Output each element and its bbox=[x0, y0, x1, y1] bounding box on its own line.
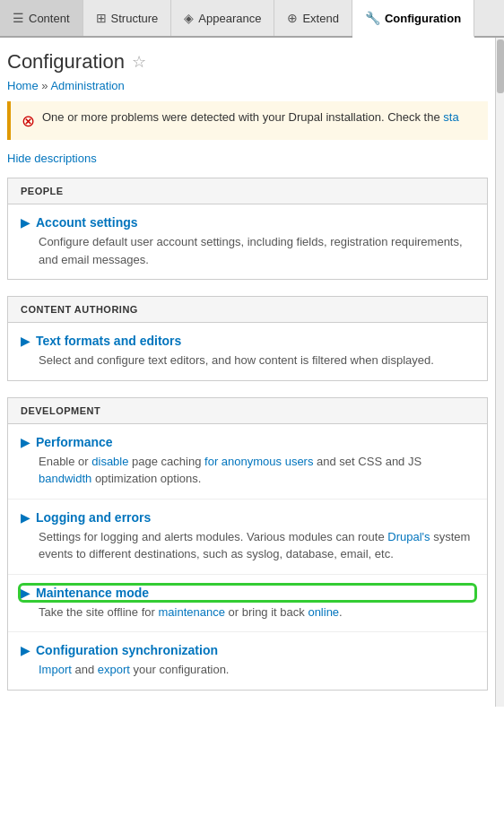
arrow-right-icon: ▶ bbox=[21, 586, 30, 600]
online-link[interactable]: online bbox=[308, 605, 339, 619]
scrollbar-track[interactable] bbox=[495, 38, 504, 707]
import-link[interactable]: Import bbox=[39, 663, 72, 676]
breadcrumb-home[interactable]: Home bbox=[7, 79, 39, 92]
tab-content[interactable]: ☰ Content bbox=[0, 0, 83, 36]
item-title-account-settings: ▶ Account settings bbox=[21, 215, 474, 230]
performance-bandwidth-link[interactable]: bandwidth bbox=[39, 472, 91, 485]
list-item: ▶ Text formats and editors Select and co… bbox=[8, 323, 487, 380]
performance-disable-link[interactable]: disable bbox=[91, 455, 128, 468]
hide-descriptions-link[interactable]: Hide descriptions bbox=[7, 152, 97, 165]
page-header: Configuration ☆ bbox=[7, 38, 488, 79]
config-sync-desc: Import and export your configuration. bbox=[21, 661, 474, 679]
arrow-right-icon: ▶ bbox=[21, 435, 30, 449]
tab-extend[interactable]: ⊕ Extend bbox=[274, 0, 352, 36]
item-title-config-sync: ▶ Configuration synchronization bbox=[21, 643, 474, 657]
alert-link[interactable]: sta bbox=[443, 110, 458, 124]
alert-text: One or more problems were detected with … bbox=[42, 110, 459, 124]
item-title-logging: ▶ Logging and errors bbox=[21, 510, 474, 525]
performance-link[interactable]: Performance bbox=[36, 435, 113, 449]
export-link[interactable]: export bbox=[98, 663, 130, 676]
list-item: ▶ Logging and errors Settings for loggin… bbox=[8, 500, 487, 575]
tab-configuration[interactable]: 🔧 Configuration bbox=[352, 0, 474, 38]
breadcrumb-separator: » bbox=[41, 79, 50, 92]
tab-configuration-label: Configuration bbox=[385, 12, 461, 25]
config-sync-link[interactable]: Configuration synchronization bbox=[36, 643, 218, 657]
account-settings-link[interactable]: Account settings bbox=[36, 215, 138, 230]
list-item: ▶ Configuration synchronization Import a… bbox=[8, 632, 487, 690]
logging-drupal-link[interactable]: Drupal's bbox=[387, 530, 430, 543]
performance-anon-link[interactable]: for anonymous users bbox=[204, 455, 313, 468]
tab-structure[interactable]: ⊞ Structure bbox=[83, 0, 172, 36]
content-icon: ☰ bbox=[13, 11, 24, 25]
section-people-body: ▶ Account settings Configure default use… bbox=[8, 204, 487, 279]
section-content-authoring-body: ▶ Text formats and editors Select and co… bbox=[8, 323, 487, 380]
structure-icon: ⊞ bbox=[96, 11, 107, 25]
configuration-icon: 🔧 bbox=[365, 11, 380, 25]
main-scroll-area: Configuration ☆ Home » Administration ⊗ … bbox=[0, 38, 495, 707]
maintenance-mode-link[interactable]: Maintenance mode bbox=[36, 586, 149, 600]
section-content-authoring-header: CONTENT AUTHORING bbox=[8, 297, 487, 323]
breadcrumb-admin[interactable]: Administration bbox=[50, 79, 124, 92]
text-formats-link[interactable]: Text formats and editors bbox=[36, 334, 181, 348]
performance-desc: Enable or disable page caching for anony… bbox=[21, 453, 474, 488]
tab-appearance-label: Appearance bbox=[198, 12, 261, 25]
section-people: PEOPLE ▶ Account settings Configure defa… bbox=[7, 178, 488, 280]
maintenance-mode-desc: Take the site offline for maintenance or… bbox=[21, 604, 474, 621]
content-inner: Configuration ☆ Home » Administration ⊗ … bbox=[0, 38, 495, 691]
scrollbar-thumb[interactable] bbox=[497, 39, 504, 93]
list-item: ▶ Account settings Configure default use… bbox=[8, 204, 487, 279]
arrow-right-icon: ▶ bbox=[21, 334, 30, 348]
text-formats-desc: Select and configure text editors, and h… bbox=[21, 352, 474, 369]
maintenance-link[interactable]: maintenance bbox=[158, 605, 224, 619]
logging-link[interactable]: Logging and errors bbox=[36, 510, 151, 525]
section-development-body: ▶ Performance Enable or disable page cac… bbox=[8, 424, 487, 690]
layout-wrapper: Configuration ☆ Home » Administration ⊗ … bbox=[0, 38, 504, 707]
tab-structure-label: Structure bbox=[111, 12, 159, 25]
logging-desc: Settings for logging and alerts modules.… bbox=[21, 528, 474, 563]
breadcrumb: Home » Administration bbox=[7, 79, 488, 92]
arrow-right-icon: ▶ bbox=[21, 215, 30, 230]
alert-box: ⊗ One or more problems were detected wit… bbox=[7, 101, 488, 140]
extend-icon: ⊕ bbox=[287, 11, 298, 25]
tab-appearance[interactable]: ◈ Appearance bbox=[171, 0, 274, 36]
error-circle-icon: ⊗ bbox=[22, 111, 35, 131]
section-development-header: DEVELOPMENT bbox=[8, 398, 487, 424]
item-title-performance: ▶ Performance bbox=[21, 435, 474, 449]
item-title-maintenance-mode: ▶ Maintenance mode bbox=[21, 586, 474, 600]
section-content-authoring: CONTENT AUTHORING ▶ Text formats and edi… bbox=[7, 296, 488, 381]
arrow-right-icon: ▶ bbox=[21, 510, 30, 525]
top-navigation: ☰ Content ⊞ Structure ◈ Appearance ⊕ Ext… bbox=[0, 0, 504, 38]
page-title: Configuration bbox=[7, 50, 125, 74]
bookmark-icon[interactable]: ☆ bbox=[132, 52, 146, 72]
appearance-icon: ◈ bbox=[184, 11, 194, 25]
tab-content-label: Content bbox=[29, 12, 70, 25]
item-title-text-formats: ▶ Text formats and editors bbox=[21, 334, 474, 348]
section-development: DEVELOPMENT ▶ Performance Enable or disa… bbox=[7, 397, 488, 691]
arrow-right-icon: ▶ bbox=[21, 643, 30, 657]
section-people-header: PEOPLE bbox=[8, 178, 487, 204]
tab-extend-label: Extend bbox=[302, 12, 338, 25]
list-item: ▶ Performance Enable or disable page cac… bbox=[8, 424, 487, 500]
list-item: ▶ Maintenance mode Take the site offline… bbox=[8, 575, 487, 633]
account-settings-desc: Configure default user account settings,… bbox=[21, 233, 474, 268]
